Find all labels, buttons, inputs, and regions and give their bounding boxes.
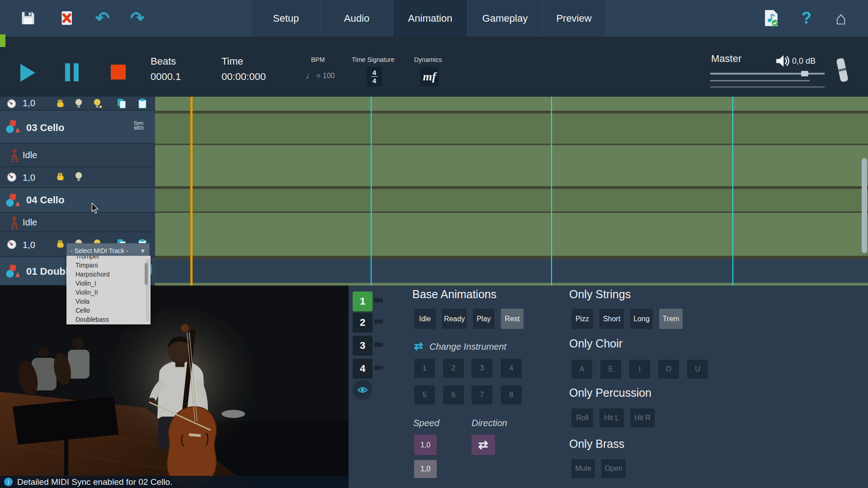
- hand-icon[interactable]: [55, 99, 65, 109]
- stop-button[interactable]: [111, 65, 126, 80]
- dropdown-item-trumpet[interactable]: Trumpet: [66, 256, 151, 261]
- secondary-slider[interactable]: [710, 80, 810, 81]
- instrument-8-button[interactable]: 8: [501, 385, 522, 404]
- instrument-6-button[interactable]: 6: [443, 385, 464, 404]
- speed-value: 1,0: [23, 240, 35, 250]
- dropdown-item-viola[interactable]: Viola: [66, 297, 151, 306]
- camera-button-3[interactable]: 3: [353, 336, 373, 356]
- speed-gauge-icon[interactable]: [6, 172, 17, 183]
- track-header-03-cello[interactable]: 03 Cello Sync MIDI: [0, 111, 155, 144]
- brass-open-button[interactable]: Open: [601, 459, 626, 478]
- bulb-icon[interactable]: [74, 172, 83, 182]
- hand-icon[interactable]: [55, 239, 65, 249]
- instrument-7-button[interactable]: 7: [472, 385, 492, 404]
- dropdown-item-doublebass[interactable]: Doublebass: [66, 315, 151, 324]
- preview-eye-button[interactable]: [353, 380, 373, 400]
- master-db-value: 0,0 dB: [792, 56, 816, 66]
- home-button[interactable]: ⌂: [831, 8, 851, 28]
- strings-long-button[interactable]: Long: [630, 309, 653, 329]
- tertiary-slider[interactable]: [710, 86, 825, 88]
- tab-gameplay[interactable]: Gameplay: [468, 0, 542, 37]
- bulb-active-icon[interactable]: [93, 99, 102, 108]
- choir-u-button[interactable]: U: [687, 360, 708, 379]
- dynamics-control[interactable]: mf: [420, 67, 439, 86]
- anim-rest-button[interactable]: Rest: [501, 309, 524, 329]
- time-signature-denominator: 4: [373, 77, 376, 84]
- bpm-value[interactable]: = 100: [316, 72, 335, 80]
- delete-button[interactable]: [57, 8, 76, 28]
- play-button[interactable]: [20, 64, 35, 82]
- anim-ready-button[interactable]: Ready: [442, 309, 467, 329]
- dropdown-item-violin-i[interactable]: Violin_I: [66, 279, 151, 288]
- choir-e-button[interactable]: E: [600, 360, 621, 379]
- speed-value: 1,0: [23, 173, 35, 183]
- camera-button-4[interactable]: 4: [353, 359, 373, 379]
- pause-button[interactable]: [65, 63, 80, 81]
- percussion-hit-r-button[interactable]: Hit R: [630, 408, 655, 427]
- save-button[interactable]: [18, 8, 38, 28]
- copy-icon[interactable]: [117, 98, 127, 109]
- bulb-icon[interactable]: [74, 99, 83, 108]
- brass-mute-button[interactable]: Mute: [571, 459, 595, 478]
- master-fader-icon[interactable]: [834, 56, 850, 85]
- direction-button[interactable]: ⇄: [472, 435, 495, 455]
- camera-button-2[interactable]: 2: [353, 313, 373, 333]
- tab-preview[interactable]: Preview: [543, 0, 605, 37]
- app-window: ↶ ↷ Setup Audio Animation Gameplay Previ…: [0, 0, 868, 488]
- strings-pizz-button[interactable]: Pizz: [571, 309, 593, 329]
- dropdown-item-timpani[interactable]: Timpani: [66, 261, 151, 270]
- timeline-lane-empty: [155, 259, 868, 283]
- choir-a-button[interactable]: A: [571, 360, 592, 379]
- percussion-roll-button[interactable]: Roll: [571, 408, 593, 427]
- camera-icon: [374, 341, 383, 348]
- undo-button[interactable]: ↶: [93, 8, 113, 28]
- help-button[interactable]: ?: [797, 8, 816, 28]
- bpm-label: BPM: [311, 56, 325, 63]
- dropdown-scrollbar-thumb[interactable]: [145, 263, 148, 285]
- instrument-3-button[interactable]: 3: [472, 359, 492, 378]
- choir-o-button[interactable]: O: [658, 360, 679, 379]
- speed-gauge-icon[interactable]: [6, 99, 17, 109]
- mouse-cursor: [90, 203, 99, 214]
- speed-secondary-button[interactable]: 1,0: [414, 460, 437, 478]
- anim-idle-button[interactable]: Idle: [414, 309, 436, 329]
- instrument-4-button[interactable]: 4: [501, 359, 522, 378]
- instrument-2-button[interactable]: 2: [443, 359, 464, 378]
- viewport-3d[interactable]: i Detailed MIDI Sync enabled for 02 Cell…: [0, 286, 349, 488]
- dropdown-scrollbar[interactable]: [146, 258, 149, 322]
- anim-play-button[interactable]: Play: [473, 309, 495, 329]
- camera-button-1[interactable]: 1: [353, 291, 373, 311]
- export-midi-button[interactable]: [761, 8, 781, 28]
- camera-selector: 1 2 3 4: [353, 286, 407, 488]
- redo-button[interactable]: ↷: [127, 8, 147, 28]
- undo-icon: ↶: [95, 8, 110, 28]
- dropdown-item-harpsichord[interactable]: Harpsichord: [66, 270, 151, 279]
- instrument-1-button[interactable]: 1: [414, 359, 435, 378]
- lane-separator: [155, 256, 868, 259]
- paste-icon[interactable]: [137, 98, 147, 109]
- speed-primary-button[interactable]: 1,0: [414, 435, 437, 455]
- dynamics-label: Dynamics: [414, 56, 442, 63]
- tab-animation[interactable]: Animation: [393, 0, 467, 37]
- playhead[interactable]: [190, 97, 193, 286]
- dropdown-item-violin-ii[interactable]: Violin_II: [66, 288, 151, 297]
- choir-i-button[interactable]: I: [629, 360, 650, 379]
- timeline-vertical-scrollbar[interactable]: [862, 158, 867, 253]
- track-toolbar-row: 1,0: [0, 97, 155, 111]
- marker-line: [371, 97, 372, 286]
- time-value: 00:00:000: [222, 71, 266, 83]
- dropdown-item-cello[interactable]: Cello: [66, 306, 151, 315]
- strings-trem-button[interactable]: Trem: [659, 309, 683, 329]
- tab-audio[interactable]: Audio: [321, 0, 392, 37]
- hand-icon[interactable]: [55, 172, 65, 182]
- speed-gauge-icon[interactable]: [6, 239, 17, 250]
- tab-setup[interactable]: Setup: [252, 0, 320, 37]
- track-header-04-cello[interactable]: 04 Cello: [0, 188, 155, 213]
- instrument-5-button[interactable]: 5: [414, 385, 435, 404]
- timeline-lane: [155, 145, 868, 186]
- percussion-hit-l-button[interactable]: Hit L: [599, 408, 624, 427]
- strings-short-button[interactable]: Short: [599, 309, 624, 329]
- timeline[interactable]: [155, 97, 868, 286]
- time-signature-control[interactable]: 4 4: [367, 67, 382, 86]
- master-volume-handle[interactable]: [801, 71, 808, 76]
